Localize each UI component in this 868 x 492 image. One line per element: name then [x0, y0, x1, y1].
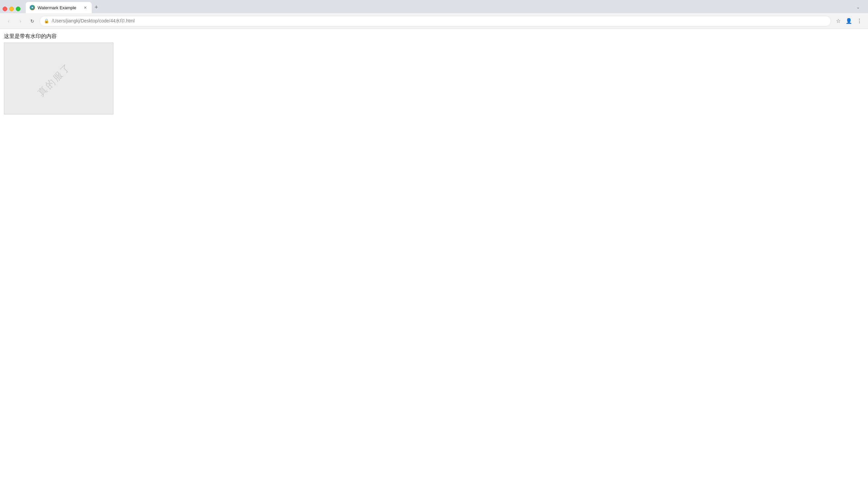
tab-bar-content: Watermark Example ✕ + [23, 2, 853, 13]
url-text: /Users/jiangkj/Desktop/code/44水印.html [52, 18, 827, 24]
content-heading: 这里是带有水印的内容 [4, 33, 864, 40]
traffic-lights [3, 7, 21, 11]
file-prefix: /Users/jiangkj/Desktop/code/44水印.html [52, 18, 134, 23]
page-content: 这里是带有水印的内容 真的服了 [0, 29, 868, 492]
tab-bar-left [3, 7, 23, 13]
reload-icon: ↻ [30, 19, 34, 24]
minimize-button[interactable] [9, 7, 14, 11]
back-icon: ‹ [8, 19, 9, 24]
chrome-menu-button[interactable]: ⌄ [853, 3, 863, 12]
options-button[interactable]: ⋮ [855, 17, 864, 26]
close-button[interactable] [3, 7, 7, 11]
maximize-button[interactable] [16, 7, 21, 11]
profile-button[interactable]: 👤 [844, 17, 853, 26]
tab-bar: Watermark Example ✕ + ⌄ [0, 0, 868, 13]
profile-icon: 👤 [846, 18, 852, 24]
address-bar-actions: ☆ 👤 ⋮ [834, 17, 864, 26]
tab-bar-right: ⌄ [853, 3, 865, 13]
tab-favicon [30, 5, 35, 10]
bookmark-icon: ☆ [836, 18, 841, 24]
back-button[interactable]: ‹ [4, 17, 13, 26]
url-bar[interactable]: 🔒 /Users/jiangkj/Desktop/code/44水印.html [40, 16, 831, 26]
reload-button[interactable]: ↻ [28, 17, 37, 26]
watermark-text: 真的服了 [35, 60, 74, 99]
security-icon: 🔒 [44, 19, 49, 23]
tab-title: Watermark Example [38, 5, 80, 10]
browser-window: Watermark Example ✕ + ⌄ ‹ › ↻ 🔒 /Users/j… [0, 0, 868, 492]
watermark-container: 真的服了 [4, 43, 114, 115]
svg-point-1 [32, 7, 33, 8]
address-bar: ‹ › ↻ 🔒 /Users/jiangkj/Desktop/code/44水印… [0, 13, 868, 29]
forward-button[interactable]: › [16, 17, 25, 26]
bookmark-button[interactable]: ☆ [834, 17, 843, 26]
forward-icon: › [20, 19, 21, 24]
tab-close-button[interactable]: ✕ [82, 5, 88, 10]
active-tab[interactable]: Watermark Example ✕ [26, 2, 92, 13]
new-tab-button[interactable]: + [92, 3, 101, 12]
options-icon: ⋮ [857, 18, 862, 24]
